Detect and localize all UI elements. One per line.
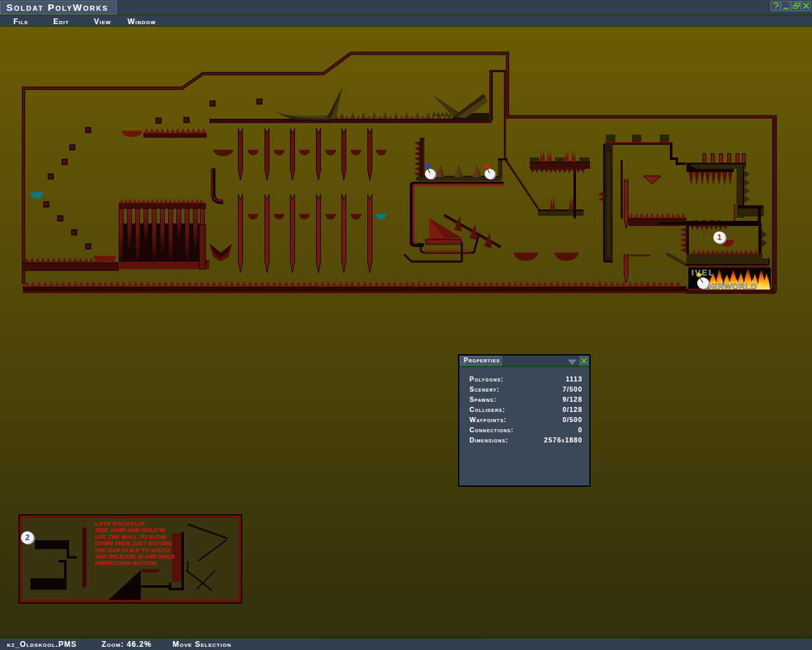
svg-text:SIDE JUMP AND HOLD W: SIDE JUMP AND HOLD W [95, 527, 165, 533]
svg-text:2: 2 [25, 533, 29, 542]
svg-text:DERWORLD: DERWORLD [705, 282, 757, 291]
svg-text:THE GAP CLICK TO SALTO: THE GAP CLICK TO SALTO [95, 547, 169, 554]
svg-text:1: 1 [717, 232, 721, 242]
svg-text:USE THE WALL TO SLOW: USE THE WALL TO SLOW [95, 534, 166, 540]
svg-text:DIRRECTION BUTTON.: DIRRECTION BUTTON. [95, 560, 157, 566]
svg-text:DOWN THEN JUST BEFORE: DOWN THEN JUST BEFORE [95, 540, 172, 547]
svg-text:LATE BACKFLIP: LATE BACKFLIP [95, 520, 145, 527]
svg-text:IVEL: IVEL [691, 268, 715, 277]
svg-text:AND RELEASE W AND HOLD: AND RELEASE W AND HOLD [95, 554, 174, 560]
